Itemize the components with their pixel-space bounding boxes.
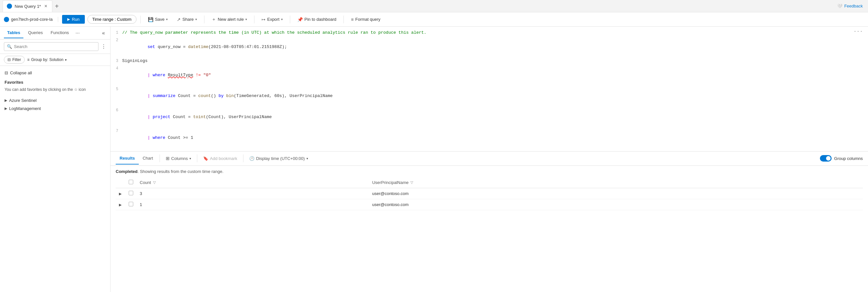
- group-columns-section: Group columns: [820, 155, 863, 161]
- columns-icon: ⊞: [166, 156, 169, 161]
- results-panel: Results Chart ⊞ Columns ▾ 🔖 Add bookmark: [111, 151, 868, 292]
- row2-user: user@contoso.com: [369, 199, 863, 210]
- save-button[interactable]: 💾 Save ▾: [145, 15, 171, 24]
- results-tab-chart[interactable]: Chart: [139, 152, 157, 165]
- search-options-button[interactable]: ⋮: [101, 43, 106, 50]
- export-icon: ↦: [261, 17, 266, 22]
- tab-bar-right: 🤍 Feedback: [835, 2, 865, 10]
- code-line-1: 1 // The query_now parameter represents …: [111, 29, 868, 37]
- tree-item-logmanagement[interactable]: ▶ LogManagement: [0, 105, 110, 113]
- line-content-7: | where Count >= 1: [122, 128, 868, 148]
- toolbar-separator-1: [141, 15, 141, 23]
- display-time-button[interactable]: 🕐 Display time (UTC+00:00) ▾: [246, 154, 311, 162]
- search-input[interactable]: [14, 44, 96, 49]
- code-line-4: 4 | where ResultType != "0": [111, 65, 868, 86]
- tree-section: ▶ Azure Sentinel ▶ LogManagement: [0, 95, 110, 114]
- run-label: Run: [72, 17, 80, 22]
- pin-icon: 📌: [297, 17, 303, 22]
- row2-checkbox[interactable]: [129, 202, 133, 206]
- export-chevron: ▾: [281, 17, 283, 21]
- tab-label: New Query 1*: [14, 4, 41, 9]
- save-chevron: ▾: [166, 17, 168, 21]
- share-button[interactable]: ↗ Share ▾: [174, 15, 200, 24]
- row1-expand-button[interactable]: ▶: [119, 192, 122, 196]
- code-line-3: 3 SigninLogs: [111, 58, 868, 65]
- toolbar: gen7tech-prod-core-la Run Time range : C…: [0, 12, 868, 27]
- toolbar-separator-5: [343, 15, 344, 23]
- toolbar-separator-4: [290, 15, 290, 23]
- line-content-3: SigninLogs: [122, 58, 868, 65]
- select-all-checkbox[interactable]: [129, 180, 133, 184]
- pin-button[interactable]: 📌 Pin to dashboard: [294, 15, 340, 24]
- count-filter-icon[interactable]: ▽: [153, 180, 156, 185]
- tree-arrow-sentinel: ▶: [5, 98, 7, 103]
- new-tab-button[interactable]: +: [52, 3, 61, 9]
- code-line-6: 6 | project Count = toint(Count), UserPr…: [111, 107, 868, 127]
- collapse-all-button[interactable]: ⊟ Collapse all: [0, 68, 110, 77]
- filter-button[interactable]: ⊟ Filter: [4, 56, 25, 64]
- filter-icon: ⊟: [7, 58, 11, 62]
- row1-checkbox-cell: [125, 188, 136, 199]
- collapse-icon: ⊟: [5, 70, 8, 75]
- filter-label: Filter: [12, 58, 21, 62]
- results-toolbar-sep-3: [243, 154, 243, 162]
- sidebar-search-row: 🔍 ⋮: [0, 40, 110, 54]
- sidebar-tab-tables[interactable]: Tables: [4, 28, 23, 38]
- time-chevron: ▾: [306, 157, 308, 160]
- line-content-1: // The query_now parameter represents th…: [122, 30, 868, 36]
- results-tab-results[interactable]: Results: [116, 152, 139, 165]
- bookmark-icon: 🔖: [203, 156, 208, 161]
- user-filter-icon[interactable]: ▽: [410, 180, 413, 185]
- tree-label-logmgmt: LogManagement: [9, 106, 41, 111]
- sidebar-tab-bar: Tables Queries Functions ··· «: [0, 27, 110, 40]
- row2-expand-cell: ▶: [116, 199, 125, 210]
- feedback-label: Feedback: [844, 4, 863, 8]
- format-query-button[interactable]: ≡ Format query: [348, 15, 383, 24]
- results-toolbar-sep-2: [197, 154, 197, 162]
- sidebar-collapse-button[interactable]: «: [101, 29, 106, 37]
- sidebar-search-box[interactable]: 🔍: [4, 42, 98, 51]
- export-button[interactable]: ↦ Export ▾: [258, 15, 286, 24]
- alert-icon: ＋: [212, 16, 216, 23]
- code-line-7: 7 | where Count >= 1: [111, 127, 868, 148]
- data-table: Count ▽ UserPrincipalName ▽: [116, 177, 863, 210]
- favorites-section: Favorites You can add favorites by click…: [0, 77, 110, 95]
- results-toolbar: Results Chart ⊞ Columns ▾ 🔖 Add bookmark: [111, 151, 868, 166]
- group-by-label: Group by: Solution: [31, 58, 63, 62]
- feedback-button[interactable]: 🤍 Feedback: [835, 2, 865, 10]
- row2-expand-button[interactable]: ▶: [119, 203, 122, 207]
- collapse-all-label: Collapse all: [10, 70, 32, 75]
- share-chevron: ▾: [195, 17, 197, 21]
- header-checkbox-cell: [125, 177, 136, 188]
- time-range-button[interactable]: Time range : Custom: [87, 15, 136, 24]
- line-num-6: 6: [111, 107, 122, 114]
- toolbar-separator-3: [254, 15, 254, 23]
- tree-item-azure-sentinel[interactable]: ▶ Azure Sentinel: [0, 96, 110, 105]
- workspace-selector[interactable]: gen7tech-prod-core-la: [4, 17, 58, 22]
- sidebar-tab-functions[interactable]: Functions: [48, 28, 72, 38]
- group-columns-toggle[interactable]: [820, 155, 832, 161]
- add-bookmark-button[interactable]: 🔖 Add bookmark: [200, 154, 241, 162]
- group-by-button[interactable]: ≡ Group by: Solution ▾: [27, 58, 67, 62]
- line-content-4: | where ResultType != "0": [122, 65, 868, 85]
- row2-checkbox-cell: [125, 199, 136, 210]
- tab-logo: [7, 4, 12, 9]
- editor-options-button[interactable]: ···: [854, 29, 863, 34]
- row1-checkbox[interactable]: [129, 191, 133, 195]
- columns-button[interactable]: ⊞ Columns ▾: [162, 154, 194, 162]
- code-line-5: 5 | summarize Count = count() by bin(Tim…: [111, 86, 868, 106]
- sidebar-more-button[interactable]: ···: [73, 29, 82, 37]
- new-alert-button[interactable]: ＋ New alert rule ▾: [208, 15, 250, 24]
- heart-icon: 🤍: [837, 4, 842, 8]
- time-range-label: Time range : Custom: [92, 17, 132, 22]
- tab-close-button[interactable]: ✕: [43, 3, 48, 9]
- run-button[interactable]: Run: [62, 15, 85, 24]
- search-icon: 🔍: [7, 44, 12, 49]
- favorites-title: Favorites: [5, 80, 105, 85]
- results-toolbar-sep-1: [160, 154, 160, 162]
- sidebar-tab-queries[interactable]: Queries: [25, 28, 46, 38]
- share-icon: ↗: [177, 17, 181, 22]
- table-header-row: Count ▽ UserPrincipalName ▽: [116, 177, 863, 188]
- query-tab-1[interactable]: New Query 1* ✕: [3, 0, 52, 12]
- code-editor[interactable]: ··· 1 // The query_now parameter represe…: [111, 27, 868, 151]
